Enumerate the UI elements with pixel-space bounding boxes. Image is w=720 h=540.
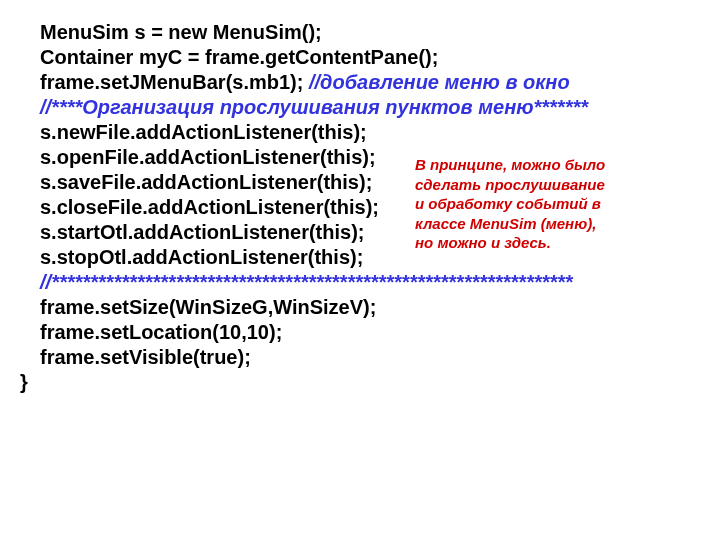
comment-text: //добавление меню в окно — [309, 71, 570, 93]
code-text: frame.setJMenuBar(s.mb1); — [40, 71, 309, 93]
comment-line: //****Организация прослушивания пунктов … — [40, 95, 680, 120]
code-line: s.newFile.addActionListener(this); — [40, 120, 680, 145]
code-line: frame.setLocation(10,10); — [40, 320, 680, 345]
note-line: сделать прослушивание — [415, 175, 645, 195]
note-line: и обработку событий в — [415, 194, 645, 214]
comment-line: //**************************************… — [40, 270, 680, 295]
comment-slashes: // — [40, 271, 51, 293]
comment-stars: ****************************************… — [51, 271, 572, 293]
note-line: классе MenuSim (меню), — [415, 214, 645, 234]
note-line: но можно и здесь. — [415, 233, 645, 253]
side-note: В принципе, можно было сделать прослушив… — [415, 155, 645, 253]
code-line: MenuSim s = new MenuSim(); — [40, 20, 680, 45]
code-line-closebrace: } — [20, 370, 680, 395]
code-line: Container myC = frame.getContentPane(); — [40, 45, 680, 70]
code-line: frame.setJMenuBar(s.mb1); //добавление м… — [40, 70, 680, 95]
code-line: frame.setSize(WinSizeG,WinSizeV); — [40, 295, 680, 320]
code-line: frame.setVisible(true); — [40, 345, 680, 370]
note-line: В принципе, можно было — [415, 155, 645, 175]
